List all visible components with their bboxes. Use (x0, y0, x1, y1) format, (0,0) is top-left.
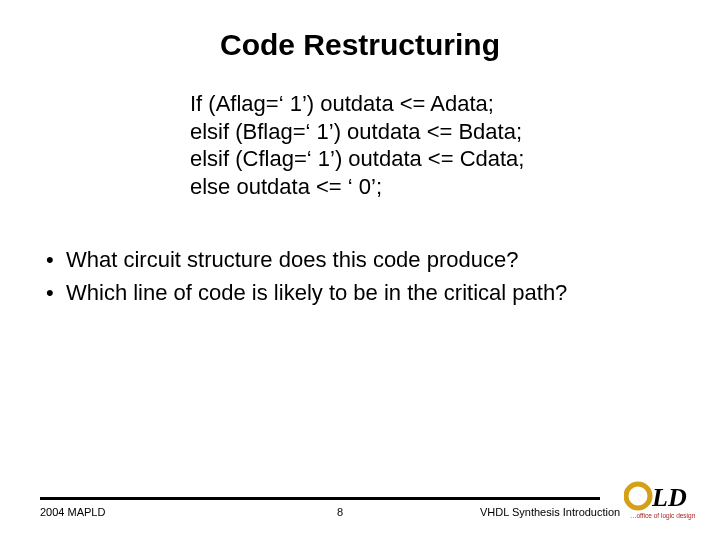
footer-left: 2004 MAPLD (40, 506, 240, 518)
slide: Code Restructuring If (Aflag=‘ 1’) outda… (0, 0, 720, 540)
bullet-item: • What circuit structure does this code … (46, 246, 680, 275)
code-line-1: If (Aflag=‘ 1’) outdata <= Adata; (190, 90, 680, 118)
bullet-dot-icon: • (46, 279, 66, 308)
bullet-list: • What circuit structure does this code … (46, 246, 680, 307)
bullet-text: Which line of code is likely to be in th… (66, 279, 680, 308)
logo-text: LD (651, 483, 687, 512)
code-line-3: elsif (Cflag=‘ 1’) outdata <= Cdata; (190, 145, 680, 173)
bullet-text: What circuit structure does this code pr… (66, 246, 680, 275)
code-block: If (Aflag=‘ 1’) outdata <= Adata; elsif … (190, 90, 680, 200)
page-title: Code Restructuring (40, 28, 680, 62)
bullet-dot-icon: • (46, 246, 66, 275)
footer-page-number: 8 (240, 506, 440, 518)
logo-tagline: …office of logic design (630, 512, 696, 520)
old-logo: LD …office of logic design (624, 480, 702, 522)
code-line-2: elsif (Bflag=‘ 1’) outdata <= Bdata; (190, 118, 680, 146)
old-logo-icon: LD …office of logic design (624, 480, 702, 522)
footer-rule-wrap (0, 497, 720, 506)
svg-point-0 (626, 484, 650, 508)
code-line-4: else outdata <= ‘ 0’; (190, 173, 680, 201)
footer-row: 2004 MAPLD 8 VHDL Synthesis Introduction (0, 506, 720, 518)
bullet-item: • Which line of code is likely to be in … (46, 279, 680, 308)
footer-rule (40, 497, 600, 500)
footer: 2004 MAPLD 8 VHDL Synthesis Introduction (0, 497, 720, 518)
